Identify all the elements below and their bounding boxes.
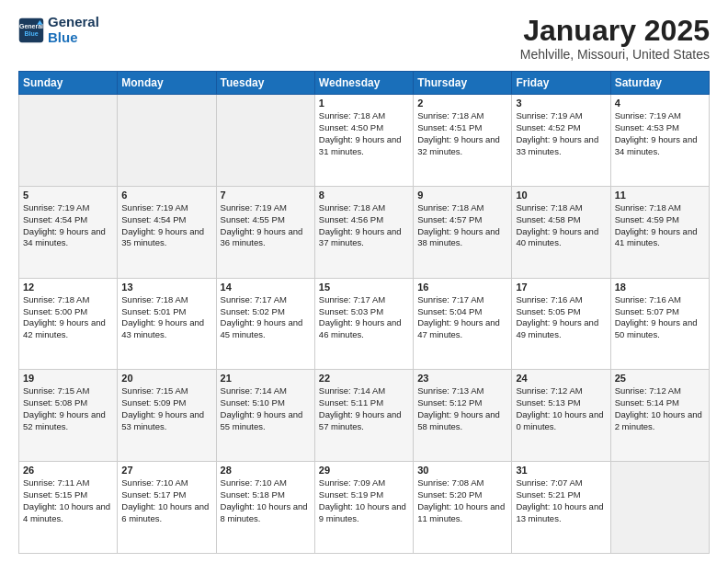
cell-date: 23: [417, 373, 507, 384]
calendar-cell: 27Sunrise: 7:10 AMSunset: 5:17 PMDayligh…: [118, 462, 216, 554]
cell-date: 11: [615, 190, 705, 201]
logo-icon: General Blue: [18, 17, 44, 43]
cell-date: 12: [23, 282, 113, 293]
cell-date: 2: [417, 98, 507, 109]
calendar-cell: 11Sunrise: 7:18 AMSunset: 4:59 PMDayligh…: [610, 186, 709, 278]
calendar-table: SundayMondayTuesdayWednesdayThursdayFrid…: [18, 71, 710, 554]
week-row-5: 26Sunrise: 7:11 AMSunset: 5:15 PMDayligh…: [19, 462, 710, 554]
logo: General Blue General Blue: [18, 15, 99, 45]
cell-date: 18: [615, 282, 705, 293]
cell-date: 8: [319, 190, 409, 201]
calendar-cell: 25Sunrise: 7:12 AMSunset: 5:14 PMDayligh…: [610, 370, 709, 462]
cell-info: Sunrise: 7:18 AMSunset: 4:58 PMDaylight:…: [516, 202, 606, 249]
cell-date: 29: [319, 465, 409, 476]
calendar-cell: 12Sunrise: 7:18 AMSunset: 5:00 PMDayligh…: [19, 278, 118, 370]
calendar-cell: 9Sunrise: 7:18 AMSunset: 4:57 PMDaylight…: [414, 186, 512, 278]
cell-date: 16: [417, 282, 507, 293]
calendar-cell: 7Sunrise: 7:19 AMSunset: 4:55 PMDaylight…: [216, 186, 314, 278]
cell-info: Sunrise: 7:19 AMSunset: 4:53 PMDaylight:…: [615, 110, 705, 157]
cell-date: 13: [121, 282, 211, 293]
cell-info: Sunrise: 7:10 AMSunset: 5:17 PMDaylight:…: [121, 477, 211, 524]
cell-date: 27: [121, 465, 211, 476]
calendar-cell: 16Sunrise: 7:17 AMSunset: 5:04 PMDayligh…: [414, 278, 512, 370]
cell-info: Sunrise: 7:08 AMSunset: 5:20 PMDaylight:…: [417, 477, 507, 524]
calendar-cell: 2Sunrise: 7:18 AMSunset: 4:51 PMDaylight…: [414, 95, 512, 187]
cell-info: Sunrise: 7:18 AMSunset: 4:59 PMDaylight:…: [615, 202, 705, 249]
cell-date: 1: [319, 98, 409, 109]
cell-info: Sunrise: 7:17 AMSunset: 5:03 PMDaylight:…: [319, 294, 409, 341]
svg-text:Blue: Blue: [24, 30, 38, 37]
calendar-cell: 13Sunrise: 7:18 AMSunset: 5:01 PMDayligh…: [118, 278, 216, 370]
cell-info: Sunrise: 7:13 AMSunset: 5:12 PMDaylight:…: [417, 385, 507, 432]
calendar-cell: 4Sunrise: 7:19 AMSunset: 4:53 PMDaylight…: [610, 95, 709, 187]
calendar-cell: [610, 462, 709, 554]
calendar-cell: 20Sunrise: 7:15 AMSunset: 5:09 PMDayligh…: [118, 370, 216, 462]
calendar-header-row: SundayMondayTuesdayWednesdayThursdayFrid…: [19, 72, 710, 95]
cell-date: 30: [417, 465, 507, 476]
cell-info: Sunrise: 7:07 AMSunset: 5:21 PMDaylight:…: [516, 477, 606, 524]
day-header-monday: Monday: [118, 72, 216, 95]
calendar-cell: 23Sunrise: 7:13 AMSunset: 5:12 PMDayligh…: [414, 370, 512, 462]
cell-info: Sunrise: 7:18 AMSunset: 4:51 PMDaylight:…: [417, 110, 507, 157]
calendar-cell: 21Sunrise: 7:14 AMSunset: 5:10 PMDayligh…: [216, 370, 314, 462]
cell-info: Sunrise: 7:14 AMSunset: 5:11 PMDaylight:…: [319, 385, 409, 432]
cell-info: Sunrise: 7:19 AMSunset: 4:52 PMDaylight:…: [516, 110, 606, 157]
day-header-sunday: Sunday: [19, 72, 118, 95]
calendar-cell: 30Sunrise: 7:08 AMSunset: 5:20 PMDayligh…: [414, 462, 512, 554]
page: General Blue General Blue January 2025 M…: [0, 0, 728, 563]
week-row-2: 5Sunrise: 7:19 AMSunset: 4:54 PMDaylight…: [19, 186, 710, 278]
cell-date: 7: [221, 190, 311, 201]
cell-date: 19: [23, 373, 113, 384]
cell-info: Sunrise: 7:18 AMSunset: 4:57 PMDaylight:…: [417, 202, 507, 249]
cell-info: Sunrise: 7:11 AMSunset: 5:15 PMDaylight:…: [23, 477, 113, 524]
calendar-cell: 6Sunrise: 7:19 AMSunset: 4:54 PMDaylight…: [118, 186, 216, 278]
cell-date: 20: [121, 373, 211, 384]
cell-date: 22: [319, 373, 409, 384]
week-row-1: 1Sunrise: 7:18 AMSunset: 4:50 PMDaylight…: [19, 95, 710, 187]
cell-date: 14: [221, 282, 311, 293]
calendar-cell: [216, 95, 314, 187]
cell-date: 9: [417, 190, 507, 201]
calendar-cell: 15Sunrise: 7:17 AMSunset: 5:03 PMDayligh…: [314, 278, 413, 370]
cell-date: 28: [221, 465, 311, 476]
cell-info: Sunrise: 7:18 AMSunset: 4:50 PMDaylight:…: [319, 110, 409, 157]
cell-date: 26: [23, 465, 113, 476]
cell-info: Sunrise: 7:18 AMSunset: 5:00 PMDaylight:…: [23, 294, 113, 341]
calendar-cell: 17Sunrise: 7:16 AMSunset: 5:05 PMDayligh…: [512, 278, 610, 370]
calendar-cell: 3Sunrise: 7:19 AMSunset: 4:52 PMDaylight…: [512, 95, 610, 187]
calendar-cell: [118, 95, 216, 187]
calendar-cell: 22Sunrise: 7:14 AMSunset: 5:11 PMDayligh…: [314, 370, 413, 462]
cell-info: Sunrise: 7:09 AMSunset: 5:19 PMDaylight:…: [319, 477, 409, 524]
calendar-title: January 2025: [520, 15, 710, 47]
calendar-cell: 19Sunrise: 7:15 AMSunset: 5:08 PMDayligh…: [19, 370, 118, 462]
title-block: January 2025 Mehlville, Missouri, United…: [520, 15, 710, 62]
cell-info: Sunrise: 7:10 AMSunset: 5:18 PMDaylight:…: [221, 477, 311, 524]
cell-info: Sunrise: 7:12 AMSunset: 5:14 PMDaylight:…: [615, 385, 705, 432]
cell-date: 25: [615, 373, 705, 384]
calendar-cell: 10Sunrise: 7:18 AMSunset: 4:58 PMDayligh…: [512, 186, 610, 278]
cell-date: 10: [516, 190, 606, 201]
cell-date: 31: [516, 465, 606, 476]
day-header-friday: Friday: [512, 72, 610, 95]
day-header-thursday: Thursday: [414, 72, 512, 95]
header: General Blue General Blue January 2025 M…: [18, 15, 710, 62]
calendar-cell: 5Sunrise: 7:19 AMSunset: 4:54 PMDaylight…: [19, 186, 118, 278]
cell-info: Sunrise: 7:15 AMSunset: 5:08 PMDaylight:…: [23, 385, 113, 432]
cell-date: 4: [615, 98, 705, 109]
cell-info: Sunrise: 7:14 AMSunset: 5:10 PMDaylight:…: [221, 385, 311, 432]
cell-date: 15: [319, 282, 409, 293]
calendar-cell: 26Sunrise: 7:11 AMSunset: 5:15 PMDayligh…: [19, 462, 118, 554]
cell-date: 21: [221, 373, 311, 384]
calendar-cell: 14Sunrise: 7:17 AMSunset: 5:02 PMDayligh…: [216, 278, 314, 370]
day-header-wednesday: Wednesday: [314, 72, 413, 95]
logo-text-blue: Blue: [48, 30, 99, 46]
cell-date: 5: [23, 190, 113, 201]
cell-info: Sunrise: 7:18 AMSunset: 5:01 PMDaylight:…: [121, 294, 211, 341]
calendar-cell: 28Sunrise: 7:10 AMSunset: 5:18 PMDayligh…: [216, 462, 314, 554]
cell-info: Sunrise: 7:19 AMSunset: 4:54 PMDaylight:…: [121, 202, 211, 249]
cell-info: Sunrise: 7:19 AMSunset: 4:55 PMDaylight:…: [221, 202, 311, 249]
cell-info: Sunrise: 7:18 AMSunset: 4:56 PMDaylight:…: [319, 202, 409, 249]
cell-info: Sunrise: 7:19 AMSunset: 4:54 PMDaylight:…: [23, 202, 113, 249]
calendar-cell: 31Sunrise: 7:07 AMSunset: 5:21 PMDayligh…: [512, 462, 610, 554]
cell-info: Sunrise: 7:12 AMSunset: 5:13 PMDaylight:…: [516, 385, 606, 432]
